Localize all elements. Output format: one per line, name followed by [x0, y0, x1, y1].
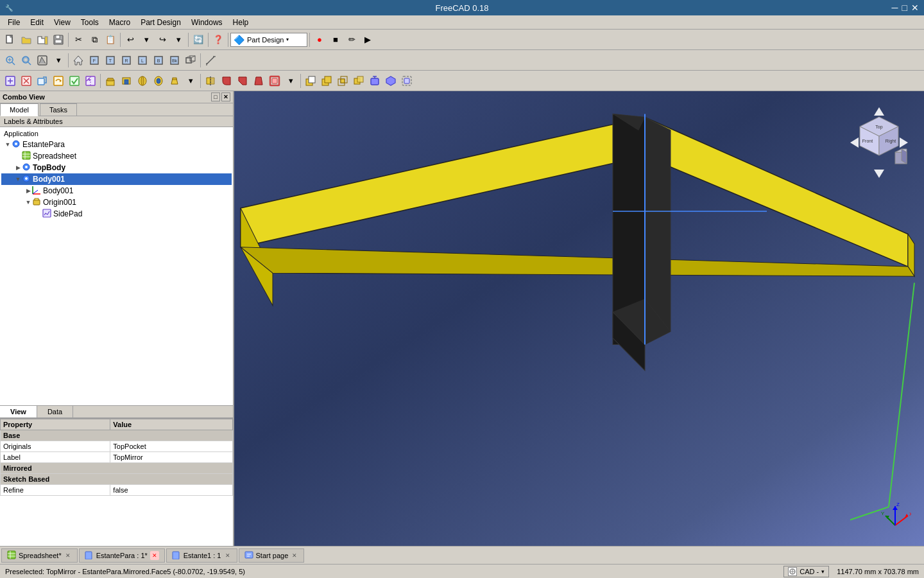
undo-button[interactable]: ↩	[123, 32, 138, 48]
attach-sketch-button[interactable]	[35, 73, 50, 89]
menu-windows[interactable]: Windows	[186, 17, 228, 28]
tab-estante-para-close[interactable]: ✕	[150, 551, 159, 560]
combo-float-button[interactable]: □	[211, 92, 220, 101]
tree-item-sidesketch[interactable]: ▶ SidePad	[1, 208, 232, 220]
tab-spreadsheet[interactable]: Spreadsheet* ✕	[1, 548, 78, 563]
macro-stop-button[interactable]: ■	[328, 32, 343, 48]
tree-toggle-sidepad[interactable]: ▼	[24, 199, 32, 206]
redo-button[interactable]: ↪	[155, 32, 170, 48]
tab-estante1-close[interactable]: ✕	[224, 552, 232, 559]
combo-close-button[interactable]: ✕	[221, 92, 230, 101]
tree-item-body001[interactable]: ▼ Body001	[1, 173, 232, 185]
view-perspective-button[interactable]	[183, 53, 198, 68]
tab-estante1[interactable]: Estante1 : 1 ✕	[166, 548, 237, 563]
boolean-intersection-button[interactable]	[335, 73, 350, 89]
tab-spreadsheet-close[interactable]: ✕	[64, 552, 72, 559]
subshape-binder-button[interactable]	[399, 73, 415, 89]
view-left-button[interactable]: L	[135, 53, 150, 68]
menu-view[interactable]: View	[49, 17, 76, 28]
view-front-button[interactable]: F	[87, 53, 102, 68]
draft-button[interactable]	[251, 73, 266, 89]
cad-badge[interactable]: CAD - ▾	[783, 566, 829, 577]
mirror-sketch-button[interactable]	[83, 73, 98, 89]
view-tab[interactable]: View	[0, 406, 37, 417]
prop-cell-label-value[interactable]: TopMirror	[110, 452, 233, 463]
open-file-button[interactable]	[19, 32, 34, 48]
validate-sketch-button[interactable]	[67, 73, 82, 89]
boolean-cut-button[interactable]	[303, 73, 318, 89]
menu-macro[interactable]: Macro	[104, 17, 135, 28]
tab-tasks[interactable]: Tasks	[40, 103, 77, 116]
view-top-button[interactable]: T	[103, 53, 118, 68]
navigation-cube[interactable]: Top Front Right	[847, 104, 911, 181]
cut-button[interactable]: ✂	[71, 32, 86, 48]
prop-cell-originals-value[interactable]: TopPocket	[110, 441, 233, 452]
boolean-union-button[interactable]	[319, 73, 334, 89]
menu-help[interactable]: Help	[228, 17, 254, 28]
refresh-button[interactable]: 🔄	[191, 32, 206, 48]
tree-toggle-topbody[interactable]: ▶	[14, 164, 22, 171]
revolution-button[interactable]	[135, 73, 150, 89]
recent-files-button[interactable]	[35, 32, 50, 48]
menu-file[interactable]: File	[3, 17, 25, 28]
tab-start-page[interactable]: Start page ✕	[239, 548, 305, 563]
macro-play-button[interactable]: ▶	[360, 32, 375, 48]
undo-dropdown-button[interactable]: ▾	[139, 32, 154, 48]
cad-dropdown-arrow[interactable]: ▾	[821, 568, 825, 575]
chamfer-button[interactable]	[235, 73, 250, 89]
data-tab[interactable]: Data	[37, 406, 73, 417]
create-body-button[interactable]	[367, 73, 382, 89]
view-back-button[interactable]: Bk	[167, 53, 182, 68]
paste-button[interactable]: 📋	[103, 32, 118, 48]
view-bottom-button[interactable]: B	[151, 53, 166, 68]
save-button[interactable]	[51, 32, 66, 48]
new-sketch-button[interactable]	[3, 73, 18, 89]
view-right-button[interactable]: R	[119, 53, 134, 68]
fillet-button[interactable]	[219, 73, 234, 89]
tree-toggle-body001[interactable]: ▼	[14, 176, 22, 182]
macro-record-button[interactable]: ●	[312, 32, 327, 48]
tab-model[interactable]: Model	[0, 103, 38, 116]
loft-menu-button[interactable]: ▾	[183, 73, 198, 89]
pad-button[interactable]	[103, 73, 118, 89]
loft-button[interactable]	[167, 73, 182, 89]
new-file-button[interactable]	[3, 32, 18, 48]
clone-button[interactable]	[351, 73, 366, 89]
close-sketch-button[interactable]	[19, 73, 34, 89]
zoom-selection-button[interactable]	[19, 53, 34, 68]
tree-item-topbody[interactable]: ▶ TopBody	[1, 162, 232, 173]
reorient-sketch-button[interactable]	[51, 73, 66, 89]
measure-button[interactable]	[203, 53, 218, 68]
mirrored-button[interactable]	[203, 73, 218, 89]
tab-estante-para[interactable]: EstantePara : 1* ✕	[79, 548, 165, 563]
tree-item-sidepad[interactable]: ▼ Origin001	[1, 197, 232, 208]
close-button[interactable]: ✕	[911, 3, 919, 13]
draw-style-dropdown[interactable]: ▾	[51, 53, 66, 68]
macro-edit-button[interactable]: ✏	[344, 32, 359, 48]
tab-start-close[interactable]: ✕	[291, 552, 298, 559]
pocket-button[interactable]	[119, 73, 134, 89]
tree-item-spreadsheet[interactable]: ▶ Spreadsheet	[1, 150, 232, 162]
menu-tools[interactable]: Tools	[76, 17, 104, 28]
view-home-button[interactable]	[71, 53, 86, 68]
minimize-button[interactable]: ─	[892, 3, 898, 13]
help-button[interactable]: ❓	[210, 32, 226, 48]
part-menu-button[interactable]	[383, 73, 398, 89]
groove-button[interactable]	[151, 73, 166, 89]
thickness-menu-button[interactable]: ▾	[283, 73, 298, 89]
maximize-button[interactable]: □	[902, 3, 907, 13]
draw-style-button[interactable]	[35, 53, 50, 68]
menu-part-design[interactable]: Part Design	[135, 17, 186, 28]
workbench-selector[interactable]: 🔷 Part Design ▾	[230, 33, 307, 47]
tree-item-estante[interactable]: ▼ EstantePara	[1, 139, 232, 150]
copy-button[interactable]: ⧉	[87, 32, 102, 48]
zoom-fit-button[interactable]	[3, 53, 18, 68]
menu-edit[interactable]: Edit	[25, 17, 49, 28]
tree-item-origin001[interactable]: ▶ Body001	[1, 185, 232, 197]
tree-toggle-estante[interactable]: ▼	[4, 141, 12, 148]
thickness-button[interactable]	[267, 73, 282, 89]
prop-cell-refine-value[interactable]: false	[110, 485, 233, 496]
3d-viewport[interactable]: Top Front Right X Y Z	[234, 91, 924, 546]
tree-toggle-origin001[interactable]: ▶	[24, 188, 32, 194]
redo-dropdown-button[interactable]: ▾	[171, 32, 186, 48]
